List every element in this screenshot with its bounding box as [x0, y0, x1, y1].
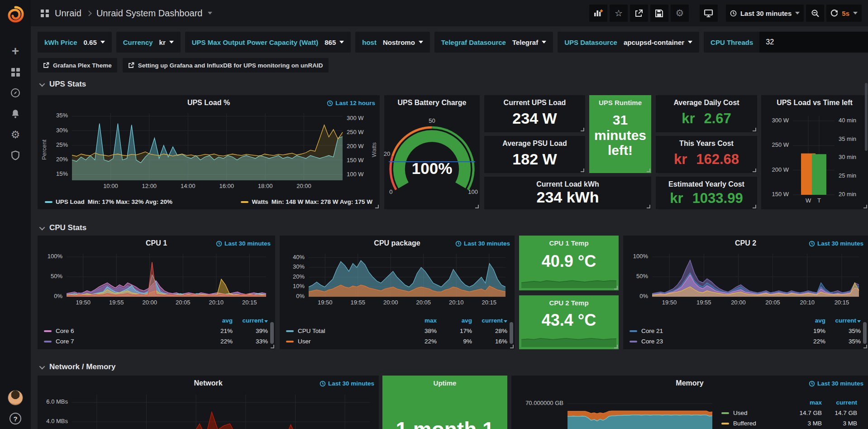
cpu-threads-input[interactable] — [759, 32, 868, 53]
stat-value: 234 W — [484, 110, 585, 127]
shield-icon[interactable] — [0, 145, 31, 166]
panel-network[interactable]: Network Last 30 minutes 2.0 MBs4.0 MBs6.… — [38, 376, 379, 429]
time-badge[interactable]: Last 30 minutes — [455, 240, 510, 247]
var-ups-max-output[interactable]: UPS Max Output Power Capacity (Watt) 865 — [185, 32, 351, 53]
dashboards-icon[interactable] — [0, 62, 31, 82]
explore-compass-icon[interactable] — [0, 82, 31, 103]
time-badge[interactable]: Last 30 minutes — [320, 380, 374, 387]
panel-cpu1-temp[interactable]: CPU 1 Temp 40.9 °C — [519, 236, 619, 290]
panel-cpu1[interactable]: CPU 1 Last 30 minutes 0%50%100%19:5019:5… — [38, 236, 275, 349]
panel-uptime[interactable]: Uptime 1 month 1 — [382, 376, 507, 429]
legend-row[interactable]: CPU Total 38% 17% 28% — [286, 326, 507, 336]
time-badge[interactable]: Last 30 minutes — [809, 240, 863, 247]
legend-row[interactable]: Core 6 21% 39% — [44, 326, 268, 336]
time-badge[interactable]: Last 30 minutes — [216, 240, 271, 247]
legend-row[interactable]: Core 7 22% 33% — [44, 336, 268, 347]
stat-value: kr2.67 — [656, 111, 757, 127]
legend-row[interactable]: Used 14.7 GB 14.7 GB — [721, 408, 857, 418]
sidebar: + ⚙ ? — [0, 0, 31, 429]
time-range-picker[interactable]: Last 30 minutes — [726, 5, 804, 22]
star-button[interactable]: ☆ — [610, 5, 628, 22]
panel-ups-battery-charge[interactable]: UPS Battery Charge 02050100 100% — [384, 95, 480, 209]
var-kwh-price[interactable]: kWh Price 0.65 — [38, 32, 112, 53]
stat-value: 40.9 °C — [519, 252, 619, 271]
share-button[interactable] — [630, 5, 648, 22]
caret-down-icon — [853, 12, 858, 14]
caret-down-icon — [795, 12, 800, 14]
stat-value: 43.4 °C — [519, 311, 619, 330]
battery-gauge: 02050100 — [388, 111, 476, 205]
section-cpu-stats[interactable]: CPU Stats — [41, 223, 86, 232]
user-avatar[interactable] — [8, 390, 23, 405]
save-button[interactable] — [650, 5, 668, 22]
caret-down-icon — [419, 41, 423, 43]
clock-icon — [327, 100, 333, 106]
alerting-bell-icon[interactable] — [0, 103, 31, 124]
section-network-memory[interactable]: Network / Memory — [41, 362, 115, 371]
legend-scrollbar[interactable] — [863, 322, 867, 344]
panel-cpu2[interactable]: CPU 2 Last 30 minutes 0%50%100%19:5019:5… — [623, 236, 868, 349]
grafana-logo[interactable] — [0, 0, 31, 28]
panel-cpu2-temp[interactable]: CPU 2 Temp 43.4 °C — [519, 295, 619, 349]
add-icon[interactable]: + — [0, 41, 31, 62]
legend-item[interactable]: UPS Load Min: 17% Max: 32% Avg: 20% — [45, 198, 172, 205]
dashboard-settings-button[interactable]: ⚙ — [671, 5, 689, 22]
navbar: Unraid Unraid System Dashboard ☆ ⚙ Last … — [31, 0, 868, 26]
chevron-down-icon — [39, 224, 45, 230]
panel-average-psu-load[interactable]: Average PSU Load 182 W — [484, 136, 585, 173]
cpu1-legend-table: avg current Core 6 21% 39% Core 7 22% 33… — [44, 315, 268, 347]
breadcrumb-app[interactable]: Unraid — [55, 8, 81, 19]
add-panel-button[interactable] — [589, 5, 607, 22]
panel-ups-runtime[interactable]: UPS Runtime 31 minutes left! — [589, 95, 651, 173]
chevron-down-icon — [39, 363, 45, 369]
stat-value: kr1033.99 — [656, 190, 757, 207]
var-ups-datasource[interactable]: UPS Datasource apcupsd-container — [558, 32, 699, 53]
panel-estimated-yearly-cost[interactable]: Estimated Yearly Cost kr1033.99 — [656, 177, 757, 209]
chevron-down-icon — [39, 81, 45, 87]
refresh-interval-picker[interactable]: 5s — [826, 5, 862, 22]
legend-item[interactable]: Watts Min: 148 W Max: 278 W Avg: 175 W — [241, 198, 372, 205]
time-badge[interactable]: Last 12 hours — [327, 100, 375, 106]
configuration-gear-icon[interactable]: ⚙ — [0, 124, 31, 145]
var-currency[interactable]: Currency kr — [116, 32, 181, 53]
legend-row[interactable]: Buffered 3 MB 3 MB — [721, 418, 857, 429]
stat-value: kr162.68 — [656, 151, 757, 168]
cpu2-legend-table: avg current Core 21 19% 35% Core 23 22% … — [630, 315, 861, 347]
help-icon[interactable]: ? — [10, 413, 21, 424]
cpu1-temp-sparkline — [521, 275, 616, 288]
var-telegraf-datasource[interactable]: Telegraf Datasource Telegraf — [434, 32, 553, 53]
panel-memory[interactable]: Memory Last 30 minutes 50.000000 GB60.00… — [511, 376, 868, 429]
caret-down-icon — [339, 41, 344, 43]
link-ups-monitoring-guide[interactable]: Setting up Grafana and InfluxDB for UPS … — [123, 58, 329, 72]
panel-ups-load-vs-time-left[interactable]: UPS Load vs Time left 300 W250 W200 W150… — [761, 95, 868, 209]
panel-this-years-cost[interactable]: This Years Cost kr162.68 — [656, 136, 757, 173]
zoom-out-button[interactable] — [806, 5, 824, 22]
breadcrumb-title[interactable]: Unraid System Dashboard — [96, 8, 203, 19]
legend-row[interactable]: User 22% 9% 16% — [286, 336, 507, 347]
caret-down-icon[interactable] — [208, 12, 212, 14]
legend-scrollbar[interactable] — [510, 322, 513, 344]
legend-row[interactable]: Core 23 22% 35% — [630, 336, 861, 347]
clock-icon — [320, 381, 326, 387]
legend-scrollbar[interactable] — [270, 322, 274, 344]
memory-chart: 50.000000 GB60.000000 GB70.000000 GB — [514, 390, 719, 429]
panel-average-daily-cost[interactable]: Average Daily Cost kr2.67 — [656, 95, 757, 132]
panel-cpu-package[interactable]: CPU package Last 30 minutes 0%10%20%30%4… — [280, 236, 515, 349]
time-badge[interactable]: Last 30 minutes — [809, 380, 863, 387]
clock-icon — [809, 381, 815, 387]
panel-current-ups-load[interactable]: Current UPS Load 234 W — [484, 95, 585, 132]
caret-down-icon — [542, 41, 546, 43]
panel-current-load-kwh[interactable]: Current Load kWh 234 kWh — [484, 177, 651, 209]
panel-ups-load[interactable]: UPS Load % Last 12 hours 15%20%25%30%35%… — [38, 95, 380, 209]
stat-value: 234 kWh — [484, 188, 651, 206]
page-scrollbar[interactable] — [865, 83, 868, 151]
legend-row[interactable]: Core 21 19% 35% — [630, 326, 861, 336]
ups-load-chart: 15%20%25%30%35%100 W150 W200 W250 W300 W… — [40, 109, 377, 191]
section-ups-stats[interactable]: UPS Stats — [41, 80, 86, 89]
cycle-view-button[interactable] — [700, 5, 718, 22]
ups-load-legend: UPS Load Min: 17% Max: 32% Avg: 20% Watt… — [45, 198, 372, 205]
link-grafana-plex-theme[interactable]: Grafana Plex Theme — [38, 58, 117, 72]
dashboard-grid-icon[interactable] — [41, 10, 49, 17]
battery-charge-value: 100% — [384, 159, 480, 178]
var-host[interactable]: host Nostromo — [355, 32, 430, 53]
